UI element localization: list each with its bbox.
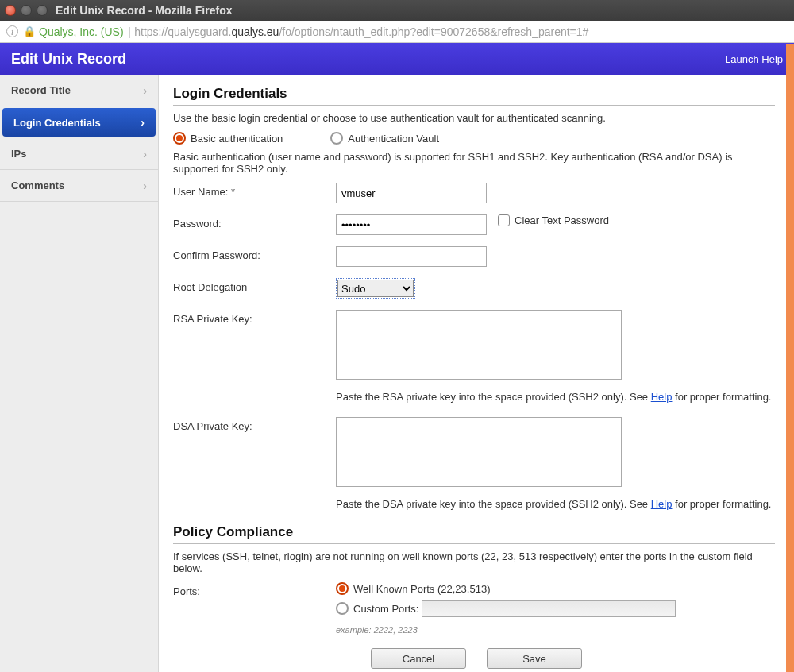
cancel-button[interactable]: Cancel (371, 648, 466, 669)
sidebar-item-label: IPs (11, 148, 27, 160)
sidebar-item-label: Record Title (11, 84, 71, 96)
sidebar-item-label: Login Credentials (13, 117, 101, 129)
label-rsa-key: RSA Private Key: (173, 310, 336, 325)
radio-icon (336, 602, 349, 615)
section-title-policy: Policy Compliance (173, 524, 775, 544)
rsa-key-textarea[interactable] (336, 310, 622, 380)
ports-example-text: example: 2222, 2223 (336, 625, 775, 635)
radio-icon (173, 132, 186, 145)
chevron-right-icon: › (141, 116, 145, 129)
cleartext-label: Clear Text Password (515, 214, 609, 226)
dsa-key-textarea[interactable] (336, 417, 622, 487)
label-root-delegation: Root Delegation (173, 278, 336, 293)
label-username: User Name: * (173, 183, 336, 198)
dsa-help-link[interactable]: Help (651, 498, 673, 510)
confirm-password-input[interactable] (336, 246, 487, 267)
radio-basic-auth[interactable]: Basic authentication (173, 132, 283, 145)
site-info-icon[interactable]: i (6, 25, 18, 37)
save-button[interactable]: Save (487, 648, 582, 669)
main-content: Login Credentials Use the basic login cr… (159, 75, 794, 672)
cleartext-checkbox[interactable] (498, 214, 510, 226)
chevron-right-icon: › (143, 180, 147, 192)
custom-ports-input[interactable] (422, 600, 676, 617)
login-intro-text: Use the basic login credential or choose… (173, 112, 775, 124)
window-close-icon[interactable] (5, 5, 16, 16)
window-titlebar: Edit Unix Record - Mozilla Firefox (0, 0, 794, 21)
password-input[interactable] (336, 214, 487, 235)
lock-icon: 🔒 (23, 25, 36, 37)
rsa-help-text: Paste the RSA private key into the space… (336, 391, 775, 403)
window-maximize-icon[interactable] (37, 5, 48, 16)
radio-auth-vault[interactable]: Authentication Vault (330, 132, 439, 145)
chevron-right-icon: › (143, 148, 147, 160)
page-header: Edit Unix Record Launch Help (0, 43, 794, 75)
chevron-right-icon: › (143, 84, 147, 97)
radio-label-text: Basic authentication (191, 133, 283, 145)
radio-icon (330, 132, 343, 145)
label-confirm-password: Confirm Password: (173, 246, 336, 261)
url-bar[interactable]: i 🔒 Qualys, Inc. (US) | https://qualysgu… (0, 21, 794, 43)
launch-help-link[interactable]: Launch Help (725, 53, 783, 65)
radio-custom-ports[interactable]: Custom Ports: (336, 602, 418, 615)
sidebar-item-login-credentials[interactable]: Login Credentials › (2, 108, 156, 137)
label-ports: Ports: (173, 582, 336, 597)
radio-label-text: Custom Ports: (353, 603, 418, 615)
section-title-login: Login Credentials (173, 86, 775, 106)
sidebar-item-ips[interactable]: IPs › (0, 138, 158, 170)
rsa-help-link[interactable]: Help (651, 391, 673, 403)
label-password: Password: (173, 214, 336, 230)
username-input[interactable] (336, 183, 487, 203)
sidebar-item-record-title[interactable]: Record Title › (0, 75, 158, 106)
url-subdomain: qualysguard. (168, 25, 231, 38)
window-minimize-icon[interactable] (21, 5, 32, 16)
url-organization: Qualys, Inc. (US) (39, 25, 124, 38)
url-domain: qualys.eu (231, 25, 279, 38)
url-protocol: https:// (134, 25, 168, 38)
url-path: /fo/options/ntauth_edit.php?edit=9007265… (279, 25, 588, 38)
page-title: Edit Unix Record (11, 51, 126, 68)
radio-icon (336, 582, 349, 595)
basic-auth-note: Basic authentication (user name and pass… (173, 151, 775, 175)
window-title: Edit Unix Record - Mozilla Firefox (56, 4, 232, 17)
radio-well-known-ports[interactable]: Well Known Ports (22,23,513) (336, 582, 490, 595)
sidebar: Record Title › Login Credentials › IPs ›… (0, 75, 159, 672)
radio-label-text: Authentication Vault (348, 133, 439, 145)
label-dsa-key: DSA Private Key: (173, 417, 336, 432)
sidebar-item-label: Comments (11, 180, 64, 191)
root-delegation-select[interactable]: Sudo (337, 280, 414, 297)
radio-label-text: Well Known Ports (22,23,513) (353, 583, 490, 595)
sidebar-item-comments[interactable]: Comments › (0, 170, 158, 202)
policy-intro-text: If services (SSH, telnet, rlogin) are no… (173, 550, 775, 574)
dsa-help-text: Paste the DSA private key into the space… (336, 498, 775, 510)
right-scrollbar-edge (786, 44, 794, 672)
